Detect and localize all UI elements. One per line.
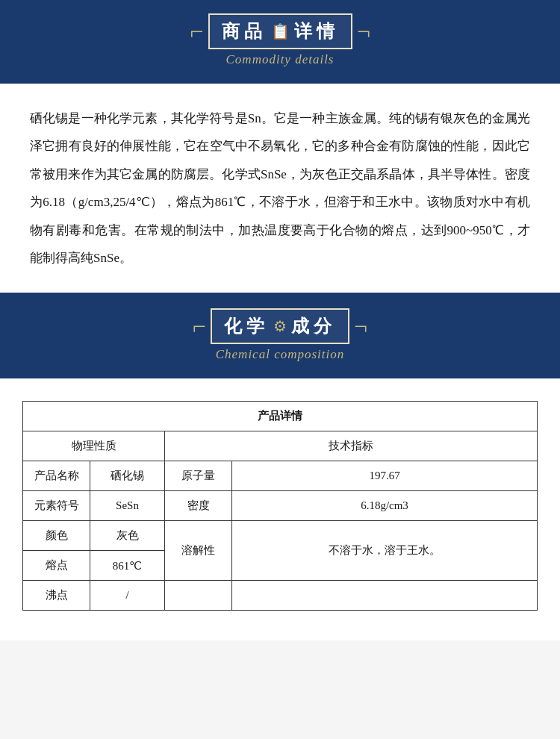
cell-value-color: 灰色 — [90, 521, 165, 551]
table-row: 颜色 灰色 溶解性 不溶于水，溶于王水。 — [23, 521, 538, 551]
table-section: 产品详情 物理性质 技术指标 产品名称 硒化锡 原子量 197.67 元素符号 … — [0, 378, 560, 640]
cell-value-solubility: 不溶于水，溶于王水。 — [232, 521, 538, 581]
chem-header-title-cn-1: 化学 — [224, 314, 269, 338]
cell-value-melting-point: 861℃ — [90, 551, 165, 581]
header-title-cn-1: 商品 — [222, 19, 267, 43]
cell-label-color: 颜色 — [23, 521, 90, 551]
cell-value-boiling-point: / — [90, 581, 165, 611]
cell-value-atomic-weight: 197.67 — [232, 461, 538, 491]
table-row: 沸点 / — [23, 581, 538, 611]
table-col-header-right: 技术指标 — [165, 431, 538, 461]
header-title-cn-2: 详情 — [294, 19, 339, 43]
chem-header-title-box: 化学 ⚙ 成分 — [211, 308, 349, 344]
chem-bracket-right-icon: ⌐ — [354, 314, 367, 338]
table-row: 元素符号 SeSn 密度 6.18g/cm3 — [23, 491, 538, 521]
chem-header-title-en: Chemical composition — [216, 347, 345, 362]
table-row: 产品名称 硒化锡 原子量 197.67 — [23, 461, 538, 491]
cell-empty-1 — [165, 581, 232, 611]
cell-label-melting-point: 熔点 — [23, 551, 90, 581]
bracket-left-icon: ⌐ — [190, 19, 203, 43]
cell-value-product-name: 硒化锡 — [90, 461, 165, 491]
document-icon: 📋 — [271, 22, 290, 40]
commodity-header: ⌐ 商品 📋 详情 ⌐ Commodity details — [0, 0, 560, 84]
chem-header: ⌐ 化学 ⚙ 成分 ⌐ Chemical composition — [0, 295, 560, 378]
header-title-box: 商品 📋 详情 — [208, 13, 352, 49]
table-main-header: 产品详情 — [23, 402, 538, 431]
header-title-en: Commodity details — [226, 52, 335, 67]
molecule-icon: ⚙ — [273, 317, 287, 335]
table-col-header-left: 物理性质 — [23, 431, 165, 461]
cell-label-solubility: 溶解性 — [165, 521, 232, 581]
chem-bracket-left-icon: ⌐ — [193, 314, 206, 338]
cell-label-product-name: 产品名称 — [23, 461, 90, 491]
cell-empty-2 — [232, 581, 538, 611]
cell-value-density: 6.18g/cm3 — [232, 491, 538, 521]
bracket-right-icon: ⌐ — [357, 19, 370, 43]
product-table: 产品详情 物理性质 技术指标 产品名称 硒化锡 原子量 197.67 元素符号 … — [22, 401, 538, 611]
description-section: 硒化锡是一种化学元素，其化学符号是Sn。它是一种主族金属。纯的锡有银灰色的金属光… — [0, 84, 560, 295]
cell-label-density: 密度 — [165, 491, 232, 521]
cell-value-element-symbol: SeSn — [90, 491, 165, 521]
cell-label-element-symbol: 元素符号 — [23, 491, 90, 521]
cell-label-boiling-point: 沸点 — [23, 581, 90, 611]
chem-header-title-cn-2: 成分 — [291, 314, 336, 338]
description-text: 硒化锡是一种化学元素，其化学符号是Sn。它是一种主族金属。纯的锡有银灰色的金属光… — [30, 105, 530, 272]
cell-label-atomic-weight: 原子量 — [165, 461, 232, 491]
